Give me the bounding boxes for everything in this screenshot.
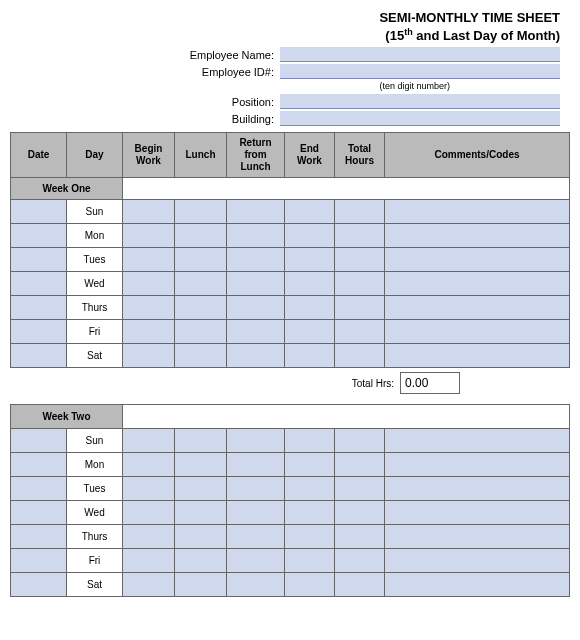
table-row: Fri (11, 320, 570, 344)
building-label: Building: (232, 113, 280, 125)
table-row: Mon (11, 224, 570, 248)
table-row: Tues (11, 248, 570, 272)
col-end: End Work (285, 133, 335, 178)
table-row: Sat (11, 573, 570, 597)
table-row: Thurs (11, 296, 570, 320)
week1-total-value: 0.00 (400, 372, 460, 394)
col-day: Day (67, 133, 123, 178)
employee-name-input[interactable] (280, 47, 560, 62)
building-input[interactable] (280, 111, 560, 126)
table-row: Tues (11, 477, 570, 501)
col-date: Date (11, 133, 67, 178)
timesheet-week1-table: Date Day Begin Work Lunch Return from Lu… (10, 132, 570, 368)
table-row: Mon (11, 453, 570, 477)
col-lunch: Lunch (175, 133, 227, 178)
table-row: Thurs (11, 525, 570, 549)
col-total: Total Hours (335, 133, 385, 178)
week1-label-row: Week One (11, 178, 570, 200)
timesheet-week2-table: Week Two Sun Mon Tues Wed Thurs Fri Sat (10, 404, 570, 597)
week2-label-row: Week Two (11, 405, 570, 429)
col-return: Return from Lunch (227, 133, 285, 178)
position-input[interactable] (280, 94, 560, 109)
header-row: Date Day Begin Work Lunch Return from Lu… (11, 133, 570, 178)
table-row: Sun (11, 200, 570, 224)
employee-id-hint: (ten digit number) (10, 81, 560, 91)
employee-id-label: Employee ID#: (202, 66, 280, 78)
employee-id-input[interactable] (280, 64, 560, 79)
col-comments: Comments/Codes (385, 133, 570, 178)
position-label: Position: (232, 96, 280, 108)
col-begin: Begin Work (123, 133, 175, 178)
table-row: Fri (11, 549, 570, 573)
employee-name-label: Employee Name: (190, 49, 280, 61)
table-row: Sun (11, 429, 570, 453)
form-title: SEMI-MONTHLY TIME SHEET (15th and Last D… (10, 10, 570, 45)
week2-label: Week Two (11, 405, 123, 429)
week1-total-label: Total Hrs: (346, 374, 400, 393)
week1-total-row: Total Hrs: 0.00 (10, 372, 570, 394)
table-row: Wed (11, 272, 570, 296)
week1-label: Week One (11, 178, 123, 200)
table-row: Sat (11, 344, 570, 368)
table-row: Wed (11, 501, 570, 525)
